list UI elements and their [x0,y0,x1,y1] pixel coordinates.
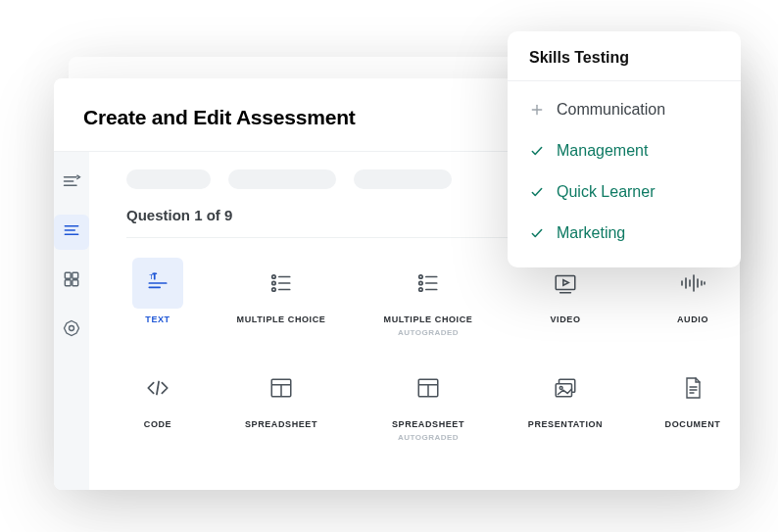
type-sublabel: AUTOGRADED [398,328,459,337]
svg-point-21 [272,288,275,291]
svg-rect-7 [73,272,78,278]
presentation-icon [540,363,591,413]
sidebar-item-grid[interactable] [54,264,89,299]
type-label: TEXT [145,314,170,325]
type-audio[interactable]: AUDIO [648,258,738,337]
type-code[interactable]: CODE [126,363,189,442]
type-document[interactable]: DOCUMENT [648,363,738,442]
type-spreadsheet-autograded[interactable]: SPREADSHEET AUTOGRADED [373,363,483,442]
svg-point-23 [419,275,422,278]
skill-item-marketing[interactable]: Marketing [529,213,719,254]
document-icon [667,363,718,413]
grid-icon [62,269,81,293]
question-type-grid: T TEXT [126,258,738,442]
sidebar-item-steps[interactable] [54,166,89,201]
check-icon [529,143,545,159]
svg-point-17 [272,275,275,278]
sidebar-item-settings[interactable] [54,313,89,348]
svg-point-11 [70,326,74,331]
type-multiple-choice-autograded[interactable]: MULTIPLE CHOICE AUTOGRADED [373,258,483,337]
step-pill[interactable] [354,169,452,189]
checklist-icon [256,258,307,309]
type-label: CODE [144,419,171,430]
popover-title: Skills Testing [508,31,741,81]
type-row: CODE SPREADSHEET [126,363,738,442]
svg-rect-9 [73,280,78,286]
sidebar [54,152,89,490]
checklist-icon [403,258,454,309]
svg-rect-6 [65,272,71,278]
spreadsheet-icon [256,363,307,413]
skill-item-quick-learner[interactable]: Quick Learner [529,171,719,213]
steps-icon [62,171,81,195]
step-pill[interactable] [228,169,336,189]
svg-rect-29 [556,275,575,289]
text-icon: T [132,258,183,309]
step-pill[interactable] [126,169,211,189]
type-label: DOCUMENT [665,419,721,430]
skill-item-management[interactable]: Management [529,130,719,171]
type-label: PRESENTATION [528,419,603,430]
type-multiple-choice[interactable]: MULTIPLE CHOICE [226,258,336,337]
type-video[interactable]: VIDEO [520,258,610,337]
type-presentation[interactable]: PRESENTATION [520,363,610,442]
code-icon [132,363,183,413]
svg-point-19 [272,281,275,284]
svg-rect-8 [65,280,71,286]
type-label: AUDIO [677,314,708,325]
skill-list: Communication Management Quick Learner M… [508,81,741,254]
svg-marker-10 [65,321,79,336]
type-label: VIDEO [550,314,580,325]
skills-popover: Skills Testing Communication Management … [508,31,741,267]
svg-marker-30 [563,280,568,285]
skill-label: Communication [557,101,665,119]
svg-point-27 [419,288,422,291]
skill-item-communication[interactable]: Communication [529,89,719,130]
skill-label: Marketing [557,224,625,242]
type-sublabel: AUTOGRADED [398,433,459,442]
sidebar-item-questions[interactable] [54,215,89,250]
type-label: MULTIPLE CHOICE [237,314,326,325]
svg-line-39 [157,381,159,394]
check-icon [529,225,545,241]
svg-point-25 [419,281,422,284]
plus-icon [529,102,545,118]
type-label: SPREADSHEET [392,419,464,430]
list-icon [62,220,81,244]
check-icon [529,184,545,200]
type-label: SPREADSHEET [245,419,317,430]
skill-label: Quick Learner [557,183,656,201]
type-row: T TEXT [126,258,738,337]
gear-icon [62,318,81,342]
spreadsheet-icon [403,363,454,413]
type-text[interactable]: T TEXT [126,258,189,337]
type-label: MULTIPLE CHOICE [384,314,473,325]
skill-label: Management [557,142,648,160]
type-spreadsheet[interactable]: SPREADSHEET [226,363,336,442]
